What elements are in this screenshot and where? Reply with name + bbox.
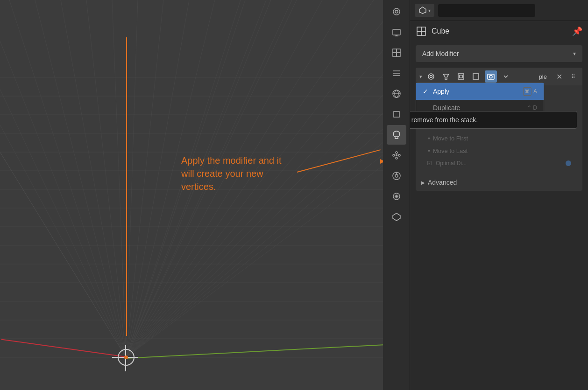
- mesh-icon: [416, 26, 427, 37]
- optimal-check: ☑: [427, 160, 432, 167]
- svg-marker-29: [393, 213, 400, 221]
- svg-rect-6: [397, 49, 400, 53]
- object-name: Cube: [432, 27, 567, 35]
- svg-point-35: [428, 74, 434, 79]
- duplicate-shortcut: ⌃ D: [527, 104, 537, 111]
- right-toolbar: [383, 0, 410, 390]
- panel-icon-chevron: ▾: [428, 8, 431, 13]
- svg-rect-40: [473, 74, 479, 79]
- svg-rect-38: [458, 74, 464, 79]
- modifier-name-short: ple: [515, 73, 551, 80]
- optimal-toggle[interactable]: [566, 160, 571, 166]
- shortcut-a: A: [533, 88, 537, 95]
- dup-shortcut-text: ⌃ D: [527, 104, 537, 111]
- duplicate-label: Duplicate: [433, 104, 460, 111]
- svg-rect-31: [417, 27, 421, 31]
- move-to-first-row: ▾ Move to First: [421, 132, 577, 145]
- svg-marker-30: [419, 7, 426, 14]
- toolbar-constraints-icon[interactable]: [387, 187, 406, 206]
- svg-point-22: [396, 157, 397, 159]
- svg-point-1: [395, 10, 398, 13]
- modifier-ring-icon[interactable]: [425, 70, 437, 83]
- svg-rect-33: [417, 31, 421, 35]
- svg-point-25: [395, 174, 398, 177]
- svg-rect-8: [397, 53, 400, 56]
- svg-point-42: [489, 76, 492, 78]
- svg-point-19: [393, 154, 395, 156]
- origin-marker: [118, 349, 135, 366]
- optimal-display-row: ☑ Optimal Di...: [421, 157, 577, 169]
- svg-point-0: [393, 8, 400, 15]
- apply-dropdown: ✓ Apply ⌘ A Apply modifier and remove fr…: [416, 83, 544, 116]
- svg-point-21: [398, 154, 400, 156]
- svg-rect-2: [393, 29, 400, 35]
- svg-rect-41: [488, 74, 494, 79]
- toolbar-modifier-icon[interactable]: [387, 125, 406, 145]
- modifier-card: ▾: [416, 68, 582, 191]
- svg-marker-37: [443, 74, 449, 79]
- svg-rect-32: [421, 27, 425, 31]
- move-to-last-row: ▾ Move to Last: [421, 145, 577, 157]
- pin-icon[interactable]: 📌: [572, 26, 582, 36]
- add-modifier-chevron: ▾: [573, 50, 576, 57]
- modifier-grid-button[interactable]: ⠿: [567, 71, 579, 82]
- svg-point-28: [396, 195, 397, 197]
- svg-rect-34: [421, 31, 425, 35]
- object-name-row: Cube 📌: [410, 21, 588, 42]
- add-modifier-button[interactable]: Add Modifier ▾: [416, 45, 582, 62]
- modifier-body: ▾ Move to First ▾ Move to Last ☑ Optimal…: [416, 127, 582, 174]
- panel-icon-button[interactable]: ▾: [415, 4, 434, 17]
- panel-header: ▾ 🔍: [410, 0, 588, 21]
- svg-point-23: [396, 155, 397, 156]
- svg-rect-7: [393, 53, 397, 56]
- modifier-close-button[interactable]: ✕: [553, 71, 565, 82]
- move-last-arrow: ▾: [428, 148, 430, 153]
- svg-point-20: [396, 152, 397, 153]
- toolbar-world-icon[interactable]: [387, 84, 406, 104]
- svg-rect-15: [394, 111, 399, 117]
- duplicate-item[interactable]: ✓ Duplicate ⌃ D: [416, 100, 544, 116]
- apply-label: Apply: [433, 88, 449, 95]
- apply-item[interactable]: ✓ Apply ⌘ A: [416, 83, 544, 100]
- toolbar-particles-icon[interactable]: [387, 146, 406, 165]
- cmd-key: ⌘: [523, 87, 531, 96]
- toolbar-scene-icon[interactable]: [387, 63, 406, 83]
- svg-point-36: [430, 76, 432, 78]
- modifier-camera-icon[interactable]: [485, 70, 497, 83]
- toolbar-object-icon[interactable]: [387, 104, 406, 124]
- apply-check-icon: ✓: [423, 88, 428, 95]
- search-input[interactable]: [438, 4, 535, 17]
- toolbar-output-icon[interactable]: [387, 22, 406, 42]
- origin-dot: [124, 355, 128, 359]
- add-modifier-row: Add Modifier ▾: [410, 42, 588, 66]
- modifier-expand-arrow[interactable]: ▾: [419, 74, 422, 80]
- svg-rect-39: [460, 75, 462, 78]
- advanced-section[interactable]: ▶ Advanced: [416, 174, 582, 191]
- modifier-square-icon[interactable]: [470, 70, 482, 83]
- search-wrapper: 🔍: [438, 4, 583, 17]
- toolbar-view-layer-icon[interactable]: [387, 43, 406, 63]
- move-first-arrow: ▾: [428, 136, 430, 141]
- modifier-rect-icon[interactable]: [455, 70, 467, 83]
- modifier-funnel-icon[interactable]: [440, 70, 452, 83]
- orange-axis-line: [126, 37, 127, 336]
- grid-canvas: [0, 0, 383, 390]
- advanced-arrow: ▶: [421, 180, 425, 185]
- viewport[interactable]: Apply the modifier and it will create yo…: [0, 0, 383, 390]
- toolbar-data-icon[interactable]: [387, 207, 406, 227]
- properties-panel: ▾ 🔍 Cube 📌 Add Modifier ▾ ▾: [410, 0, 588, 390]
- modifier-dropdown-icon[interactable]: [500, 70, 512, 83]
- svg-rect-5: [393, 49, 397, 53]
- apply-shortcut: ⌘ A: [523, 87, 537, 96]
- toolbar-physics-icon[interactable]: [387, 166, 406, 186]
- toolbar-render-icon[interactable]: [387, 2, 406, 21]
